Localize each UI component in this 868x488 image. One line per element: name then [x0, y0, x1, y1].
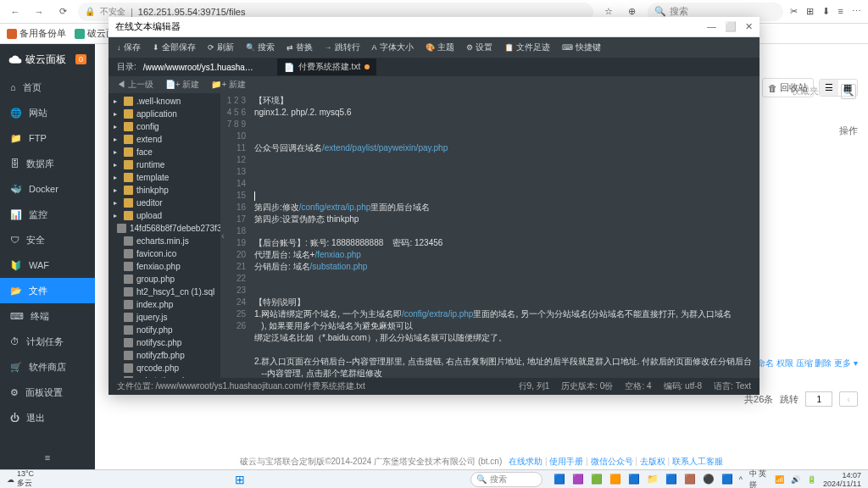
app-icon[interactable]: 🟦	[627, 473, 641, 486]
toolbar-全部保存[interactable]: ⬇ 全部保存	[153, 42, 196, 53]
wifi-icon[interactable]: 📶	[775, 475, 784, 484]
taskbar-search[interactable]: 🔍 搜索	[470, 472, 542, 487]
tree-folder[interactable]: ▸.well-known	[108, 95, 220, 108]
tree-file[interactable]: ht2_hscy1_cn (1).sql	[108, 286, 220, 298]
tree-file[interactable]: echarts.min.js	[108, 235, 220, 247]
paginate-prev[interactable]: ‹	[839, 391, 858, 407]
toolbar-搜索[interactable]: 🔍 搜索	[246, 42, 275, 53]
forward-button[interactable]: →	[31, 3, 47, 20]
app-icon[interactable]: 🟫	[683, 473, 697, 486]
tree-folder[interactable]: ▸thinkphp	[108, 184, 220, 197]
toolbar-保存[interactable]: ↓ 保存	[117, 42, 141, 53]
sidebar-item-2[interactable]: 📁FTP	[0, 125, 95, 151]
page-input[interactable]	[805, 391, 832, 407]
tree-file[interactable]: jquery.js	[108, 311, 220, 324]
sidebar-item-9[interactable]: ⌨终端	[0, 303, 95, 329]
sidebar-item-5[interactable]: 📊监控	[0, 202, 95, 227]
list-view[interactable]: ☰	[820, 80, 838, 96]
sidebar-item-0[interactable]: ⌂首页	[0, 75, 95, 100]
download-icon[interactable]: ⬇	[822, 6, 830, 17]
more-icon[interactable]: ⋯	[852, 6, 861, 17]
ime-indicator[interactable]: 中 英 拼	[749, 469, 768, 489]
tree-file[interactable]: index.php	[108, 298, 220, 311]
sidebar-collapse[interactable]: ≡	[0, 446, 95, 469]
tree-file[interactable]: notifyzfb.php	[108, 349, 220, 362]
file-tab[interactable]: 📄 付费系统搭建.txt	[277, 58, 376, 75]
sidebar-item-12[interactable]: ⚙面板设置	[0, 380, 95, 405]
sidebar-item-8[interactable]: 📂文件	[0, 278, 95, 303]
tree-folder[interactable]: ▸runtime	[108, 158, 220, 171]
tree-file[interactable]: favicon.ico	[108, 247, 220, 260]
app-icon[interactable]: 🟦	[553, 473, 566, 486]
tree-file[interactable]: notify.php	[108, 324, 220, 336]
extensions-icon[interactable]: ⊞	[806, 6, 814, 17]
footer-link[interactable]: 在线求助	[509, 457, 542, 466]
app-icon[interactable]: 🟦	[721, 473, 734, 486]
tree-file[interactable]: substation.php	[108, 374, 220, 378]
reload-button[interactable]: ⟳	[54, 3, 71, 20]
clock-time[interactable]: 14:07	[842, 471, 861, 480]
app-icon[interactable]: 📁	[646, 473, 659, 486]
close-button[interactable]: ✕	[745, 21, 753, 32]
code-area[interactable]: 1 2 3 4 5 6 7 8 9 10 11 12 13 14 15 16 1…	[225, 93, 760, 378]
start-button[interactable]: ⊞	[235, 473, 245, 486]
maximize-button[interactable]: ⬜	[725, 21, 737, 32]
sidebar-item-3[interactable]: 🗄数据库	[0, 151, 95, 176]
tree-folder[interactable]: ▸config	[108, 120, 220, 133]
toolbar-字体大小[interactable]: A 字体大小	[372, 42, 414, 53]
status-lang[interactable]: 语言: Text	[714, 380, 751, 392]
tree-file[interactable]: notifysc.php	[108, 336, 220, 349]
footer-link[interactable]: 联系人工客服	[672, 457, 723, 466]
tray-chevron[interactable]: ^	[739, 475, 743, 484]
toolbar-跳转行[interactable]: → 跳转行	[325, 42, 360, 53]
sidebar-item-11[interactable]: 🛒软件商店	[0, 354, 95, 380]
footer-link[interactable]: 使用手册	[549, 457, 583, 466]
app-icon[interactable]: 🟧	[609, 473, 622, 486]
app-icon[interactable]: 🟪	[571, 473, 585, 486]
weather-widget[interactable]: ☁ 13°C多云	[7, 469, 34, 488]
recycle-button[interactable]: 🗑回收站	[762, 78, 814, 97]
tree-folder[interactable]: ▸upload	[108, 209, 220, 222]
notif-badge[interactable]: 0	[75, 54, 86, 64]
app-icon[interactable]: 🟩	[590, 473, 604, 486]
tree-folder[interactable]: ▸ueditor	[108, 197, 220, 209]
menu-icon[interactable]: ≡	[838, 6, 843, 17]
back-button[interactable]: ←	[7, 3, 24, 20]
status-spaces[interactable]: 空格: 4	[625, 380, 651, 392]
minimize-button[interactable]: —	[707, 21, 716, 32]
tree-file[interactable]: fenxiao.php	[108, 260, 220, 273]
sidebar-item-4[interactable]: 🐳Docker	[0, 176, 95, 202]
sidebar-item-7[interactable]: 🔰WAF	[0, 252, 95, 278]
toolbar-快捷键[interactable]: ⌨ 快捷键	[562, 42, 601, 53]
sidebar-item-13[interactable]: ⏻退出	[0, 405, 95, 430]
volume-icon[interactable]: 🔊	[791, 475, 800, 484]
toolbar-刷新[interactable]: ⟳ 刷新	[208, 42, 234, 53]
sidebar-item-10[interactable]: ⏱计划任务	[0, 329, 95, 354]
grid-view[interactable]: ▦	[838, 80, 857, 96]
sidebar-item-1[interactable]: 🌐网站	[0, 100, 95, 125]
sidebar-item-6[interactable]: 🛡安全	[0, 227, 95, 252]
footer-link[interactable]: 去版权	[640, 457, 665, 466]
tree-folder[interactable]: ▸face	[108, 146, 220, 158]
battery-icon[interactable]: 🔋	[807, 475, 816, 484]
tree-folder[interactable]: ▸template	[108, 171, 220, 184]
toolbar-设置[interactable]: ⚙ 设置	[466, 42, 492, 53]
clock-date[interactable]: 2024/11/11	[823, 480, 861, 488]
tree-folder[interactable]: ▸application	[108, 108, 220, 120]
tree-action[interactable]: 📄+ 新建	[165, 79, 200, 91]
toolbar-主题[interactable]: 🎨 主题	[426, 42, 454, 53]
tree-action[interactable]: 📁+ 新建	[211, 79, 246, 91]
screenshot-icon[interactable]: ✂	[790, 6, 798, 17]
status-history[interactable]: 历史版本: 0份	[561, 380, 613, 392]
app-icon[interactable]: 🟦	[665, 473, 678, 486]
bookmark-item[interactable]: 备用备份单	[7, 27, 66, 40]
toolbar-替换[interactable]: ⇄ 替换	[287, 42, 313, 53]
app-icon[interactable]: ⚫	[702, 473, 715, 486]
tree-file[interactable]: qrcode.php	[108, 362, 220, 374]
toolbar-文件足迹[interactable]: 📋 文件足迹	[504, 42, 550, 53]
dir-path[interactable]: /www/wwwroot/ys1.huasha…	[143, 63, 253, 72]
footer-link[interactable]: 微信公众号	[591, 457, 633, 466]
status-encoding[interactable]: 编码: utf-8	[664, 380, 703, 392]
tree-file[interactable]: group.php	[108, 273, 220, 286]
tree-folder[interactable]: ▸extend	[108, 133, 220, 146]
